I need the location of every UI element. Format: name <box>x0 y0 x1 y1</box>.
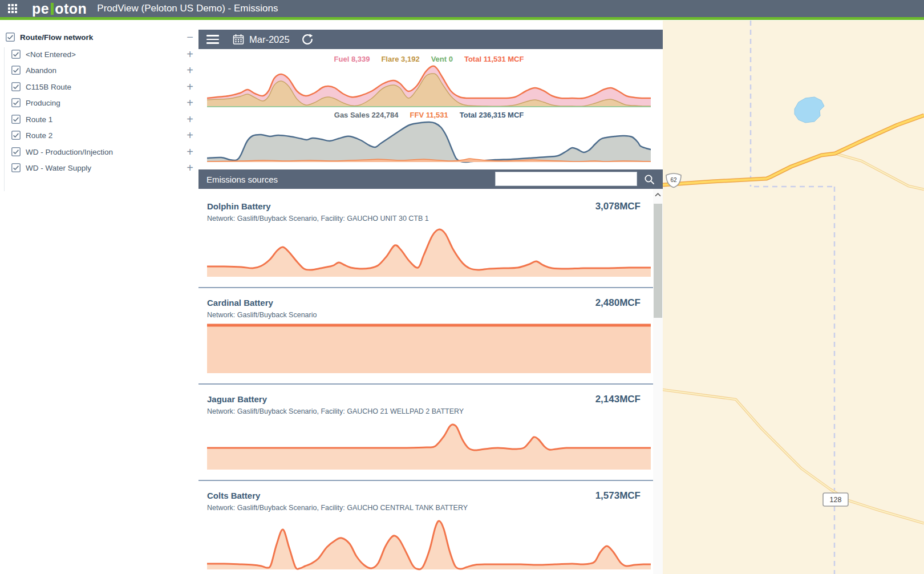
legend-fuel: Fuel 8,339 <box>334 55 370 63</box>
search-icon <box>643 173 656 186</box>
source-value: 2,143MCF <box>595 394 641 405</box>
source-detail: Network: Gaslift/Buyback Scenario, Facil… <box>207 214 641 223</box>
checkbox-checked[interactable] <box>11 147 21 156</box>
legend-vent: Vent 0 <box>431 55 453 63</box>
legend-total: Total 11,531 MCF <box>464 55 524 63</box>
accent-divider <box>0 17 924 20</box>
checkbox-checked[interactable] <box>11 115 21 124</box>
checkbox-checked[interactable] <box>11 66 21 75</box>
road-128-label: 128 <box>823 493 848 506</box>
fuel-flare-legend: Fuel 8,339 Flare 3,192 Vent 0 Total 11,5… <box>207 55 651 63</box>
menu-icon[interactable] <box>206 33 219 46</box>
emissions-sources-header: Emissions sources <box>198 169 663 189</box>
expand-icon[interactable]: + <box>185 65 195 75</box>
checkbox-checked[interactable] <box>6 33 15 42</box>
expand-icon[interactable]: + <box>185 130 195 140</box>
checkbox-checked[interactable] <box>11 163 21 172</box>
source-name: Dolphin Battery <box>207 201 271 212</box>
tree-root-label: Route/Flow network <box>20 33 185 42</box>
source-value: 3,078MCF <box>595 201 641 212</box>
collapse-icon[interactable]: − <box>185 32 195 42</box>
expand-icon[interactable]: + <box>185 163 195 173</box>
svg-text:128: 128 <box>830 496 842 504</box>
sidebar-item-route-2[interactable]: Route 2 + <box>11 127 195 143</box>
list-item-dolphin-battery[interactable]: Dolphin Battery 3,078MCF Network: Gaslif… <box>198 192 653 288</box>
source-value: 1,573MCF <box>595 490 641 502</box>
source-name: Colts Battery <box>207 490 260 502</box>
scroll-up-button[interactable] <box>653 189 663 200</box>
source-name: Jaguar Battery <box>207 394 267 405</box>
panel-toolbar: Mar-2025 <box>198 30 663 49</box>
source-value: 2,480MCF <box>595 297 641 309</box>
checkbox-checked[interactable] <box>11 82 21 91</box>
logo-text-pre: pe <box>32 2 49 16</box>
route-flow-sidebar: Route/Flow network − <Not Entered> + Aba… <box>0 20 198 574</box>
selected-month: Mar-2025 <box>249 34 290 45</box>
scrollbar-thumb[interactable] <box>654 204 662 318</box>
tree-item-label: WD - Production/Injection <box>26 148 185 156</box>
refresh-button[interactable] <box>301 33 314 46</box>
jaguar-sparkline <box>207 419 651 470</box>
emissions-panel: Mar-2025 Fuel 8,339 Flare 3,192 Vent 0 T… <box>198 21 663 574</box>
source-detail: Network: Gaslift/Buyback Scenario <box>207 310 641 320</box>
gas-sales-ffv-chart <box>207 120 651 167</box>
checkbox-checked[interactable] <box>11 98 21 107</box>
source-detail: Network: Gaslift/Buyback Scenario, Facil… <box>207 503 641 512</box>
list-item-cardinal-battery[interactable]: Cardinal Battery 2,480MCF Network: Gasli… <box>198 288 653 385</box>
emissions-source-list: Dolphin Battery 3,078MCF Network: Gaslif… <box>198 189 653 574</box>
checkbox-checked[interactable] <box>11 50 21 59</box>
minor-road-branch <box>835 153 924 189</box>
expand-icon[interactable]: + <box>185 49 195 59</box>
source-detail: Network: Gaslift/Buyback Scenario, Facil… <box>207 407 641 416</box>
expand-icon[interactable]: + <box>185 147 195 157</box>
search-input[interactable] <box>495 172 637 186</box>
tree-item-label: C115B Route <box>26 83 185 91</box>
page-title: ProdView (Peloton US Demo) - Emissions <box>97 3 278 14</box>
expand-icon[interactable]: + <box>185 114 195 124</box>
list-scrollbar[interactable] <box>653 189 663 574</box>
map[interactable]: 62 128 <box>663 21 924 574</box>
search-button[interactable] <box>643 173 656 186</box>
logo-green-bar <box>51 3 54 15</box>
date-picker-button[interactable]: Mar-2025 <box>233 34 290 45</box>
svg-text:62: 62 <box>670 177 677 183</box>
checkbox-checked[interactable] <box>11 131 21 140</box>
tree-item-label: Route 1 <box>26 115 185 124</box>
lake <box>795 97 824 123</box>
tree-item-label: Route 2 <box>26 131 185 140</box>
tree-root-route-flow-network[interactable]: Route/Flow network − <box>6 29 195 45</box>
sidebar-item-not-entered[interactable]: <Not Entered> + <box>11 46 195 62</box>
expand-icon[interactable]: + <box>185 98 195 108</box>
list-item-jaguar-battery[interactable]: Jaguar Battery 2,143MCF Network: Gaslift… <box>198 385 653 481</box>
peloton-logo: pe oton <box>32 2 87 16</box>
sidebar-item-route-1[interactable]: Route 1 + <box>11 111 195 127</box>
legend-flare: Flare 3,192 <box>381 55 419 63</box>
sidebar-item-producing[interactable]: Producing + <box>11 95 195 111</box>
sidebar-item-c115b-route[interactable]: C115B Route + <box>11 79 195 95</box>
expand-icon[interactable]: + <box>185 82 195 92</box>
emissions-sources-title: Emissions sources <box>206 175 278 184</box>
minor-road-south <box>663 390 924 523</box>
sidebar-item-wd-water-supply[interactable]: WD - Water Supply + <box>11 160 195 176</box>
fuel-flare-vent-chart <box>207 64 651 108</box>
refresh-icon <box>301 33 314 46</box>
tree-item-label: WD - Water Supply <box>26 164 185 172</box>
tree-item-label: <Not Entered> <box>26 50 185 59</box>
legend-ffv: FFV 11,531 <box>410 111 448 119</box>
sidebar-item-wd-production-injection[interactable]: WD - Production/Injection + <box>11 144 195 160</box>
legend-gas-sales: Gas Sales 224,784 <box>334 111 399 119</box>
list-item-colts-battery[interactable]: Colts Battery 1,573MCF Network: Gaslift/… <box>198 481 653 574</box>
top-bar: pe oton ProdView (Peloton US Demo) - Emi… <box>0 0 924 17</box>
dolphin-sparkline <box>207 227 651 277</box>
tree-item-label: Producing <box>26 99 185 107</box>
chevron-up-icon <box>655 193 661 197</box>
app-launcher-grid-icon[interactable] <box>8 4 17 13</box>
logo-text-post: oton <box>55 2 87 16</box>
source-name: Cardinal Battery <box>207 297 273 309</box>
calendar-icon <box>233 34 244 45</box>
cardinal-sparkline <box>207 323 651 373</box>
tree-item-label: Abandon <box>26 66 185 75</box>
colts-sparkline <box>207 516 651 572</box>
tree-indent-guide <box>4 47 5 191</box>
sidebar-item-abandon[interactable]: Abandon + <box>11 62 195 78</box>
